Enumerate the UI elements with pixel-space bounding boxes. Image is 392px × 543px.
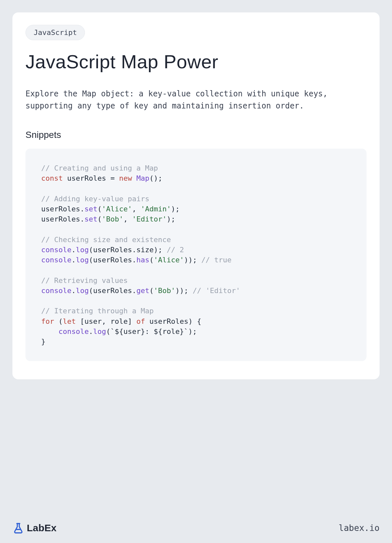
code-token bbox=[41, 327, 58, 336]
code-token: userRoles = bbox=[63, 174, 119, 182]
code-token: console bbox=[41, 256, 72, 264]
code-token: ( bbox=[97, 205, 102, 213]
code-token: // 2 bbox=[167, 246, 184, 254]
code-token: 'Bob' bbox=[102, 215, 123, 223]
content-card: JavaScript JavaScript Map Power Explore … bbox=[12, 12, 380, 379]
code-token: , bbox=[123, 215, 132, 223]
code-token: // true bbox=[201, 256, 232, 264]
code-token: 'Admin' bbox=[141, 205, 171, 213]
code-token: (); bbox=[149, 174, 162, 182]
code-token: log bbox=[76, 287, 89, 295]
code-token: log bbox=[76, 246, 89, 254]
code-token: 'Editor' bbox=[132, 215, 167, 223]
code-token: . bbox=[72, 256, 76, 264]
code-token: ); bbox=[171, 205, 180, 213]
code-token: } bbox=[41, 337, 45, 346]
code-token: )); bbox=[184, 256, 201, 264]
code-token: let bbox=[63, 317, 76, 325]
code-token: userRoles) { bbox=[145, 317, 201, 325]
code-token: // Adding key-value pairs bbox=[41, 195, 149, 203]
language-badge: JavaScript bbox=[25, 25, 85, 40]
code-token bbox=[132, 174, 136, 182]
code-token: of bbox=[136, 317, 145, 325]
flask-icon bbox=[12, 522, 24, 534]
snippets-heading: Snippets bbox=[25, 130, 367, 140]
page-title: JavaScript Map Power bbox=[25, 51, 367, 72]
code-snippet: // Creating and using a Map const userRo… bbox=[25, 149, 367, 361]
code-token: has bbox=[136, 256, 149, 264]
code-token: 'Bob' bbox=[154, 287, 175, 295]
code-token: ( bbox=[54, 317, 63, 325]
code-token: console bbox=[58, 327, 89, 336]
code-token: Map bbox=[136, 174, 149, 182]
code-token: set bbox=[84, 215, 97, 223]
code-token: 'Alice' bbox=[154, 256, 184, 264]
code-token: // Checking size and existence bbox=[41, 236, 171, 244]
code-token: ( bbox=[149, 256, 154, 264]
code-token: const bbox=[41, 174, 63, 182]
code-token: (userRoles.size); bbox=[89, 246, 167, 254]
code-token: , bbox=[132, 205, 141, 213]
brand: LabEx bbox=[12, 522, 57, 534]
code-token: console bbox=[41, 287, 72, 295]
code-token: . bbox=[72, 246, 76, 254]
code-token: ( bbox=[97, 215, 102, 223]
description: Explore the Map object: a key-value coll… bbox=[25, 88, 352, 112]
code-token: // Iterating through a Map bbox=[41, 307, 154, 315]
code-token: log bbox=[76, 256, 89, 264]
code-token: // 'Editor' bbox=[193, 287, 240, 295]
code-token: . bbox=[72, 287, 76, 295]
code-token: . bbox=[89, 327, 93, 336]
code-token: get bbox=[136, 287, 149, 295]
code-token: new bbox=[119, 174, 132, 182]
code-token: (`${user}: ${role}`); bbox=[106, 327, 197, 336]
code-token: // Creating and using a Map bbox=[41, 164, 158, 172]
code-token: [user, role] bbox=[76, 317, 136, 325]
code-token: ( bbox=[149, 287, 154, 295]
code-token: (userRoles. bbox=[89, 256, 137, 264]
code-token: console bbox=[41, 246, 72, 254]
code-token: ); bbox=[167, 215, 175, 223]
code-token: )); bbox=[175, 287, 193, 295]
code-token: set bbox=[84, 205, 97, 213]
code-token: // Retrieving values bbox=[41, 276, 128, 285]
code-token: userRoles. bbox=[41, 205, 84, 213]
code-token: userRoles. bbox=[41, 215, 84, 223]
brand-name: LabEx bbox=[27, 522, 57, 534]
footer: LabEx labex.io bbox=[12, 522, 380, 534]
code-token: log bbox=[93, 327, 106, 336]
site-url: labex.io bbox=[339, 523, 380, 533]
code-token: 'Alice' bbox=[102, 205, 132, 213]
code-token: for bbox=[41, 317, 54, 325]
code-token: (userRoles. bbox=[89, 287, 137, 295]
